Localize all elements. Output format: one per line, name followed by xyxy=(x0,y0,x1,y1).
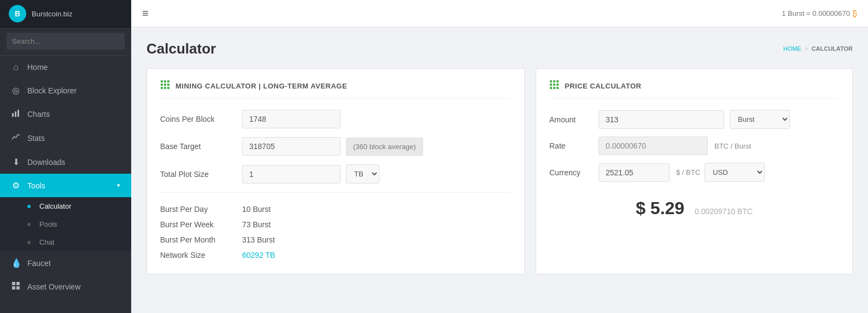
page-title: Calculator xyxy=(146,40,216,57)
currency-rate-input[interactable] xyxy=(599,163,670,182)
stats-icon xyxy=(11,133,21,144)
svg-rect-8 xyxy=(164,80,166,82)
burst-per-month-label: Burst Per Month xyxy=(160,235,237,244)
search-input[interactable] xyxy=(7,33,125,50)
sidebar-header: B Burstcoin.biz xyxy=(0,0,131,27)
svg-rect-9 xyxy=(167,80,169,82)
amount-unit-select[interactable]: Burst BTC USD xyxy=(730,110,790,129)
mining-calculator-card: MINING CALCULATOR | LONG-TERM AVERAGE Co… xyxy=(146,68,525,274)
price-result-dollar: $ 5.29 xyxy=(636,198,689,218)
block-avg-label: (360 block average) xyxy=(346,138,423,156)
svg-rect-20 xyxy=(553,84,555,86)
sidebar-item-pools[interactable]: Pools xyxy=(0,215,131,233)
mining-calc-title: MINING CALCULATOR | LONG-TERM AVERAGE xyxy=(175,82,347,90)
breadcrumb-separator: » xyxy=(805,45,808,52)
coins-per-block-label: Coins Per Block xyxy=(160,115,237,123)
breadcrumb-home[interactable]: Home xyxy=(783,45,801,52)
downloads-icon: ⬇ xyxy=(11,157,21,167)
main-area: ≡ 1 Burst = 0.00000670 ₿ Calculator Home… xyxy=(131,0,868,313)
home-icon: ⌂ xyxy=(11,62,21,72)
svg-rect-5 xyxy=(12,286,15,290)
btc-icon: ₿ xyxy=(853,9,857,19)
amount-label: Amount xyxy=(549,115,593,124)
currency-label: Currency xyxy=(549,168,593,177)
currency-rate-suffix: $ / BTC xyxy=(676,168,700,176)
sidebar-item-stats[interactable]: Stats xyxy=(0,126,131,150)
menu-icon[interactable]: ≡ xyxy=(142,7,149,20)
network-size-row: Network Size 60292 TB xyxy=(160,247,511,263)
asset-icon xyxy=(11,281,21,292)
price-calc-title: PRICE CALCULATOR xyxy=(565,82,641,90)
svg-rect-4 xyxy=(16,282,20,285)
search-box[interactable] xyxy=(0,27,131,56)
burst-per-day-value: 10 Burst xyxy=(242,205,271,214)
currency-row: Currency $ / BTC USD EUR GBP xyxy=(549,163,839,182)
rate-text: 1 Burst = 0.00000670 xyxy=(782,9,850,17)
sidebar-item-block-explorer[interactable]: ◎ Block Explorer xyxy=(0,79,131,102)
svg-rect-11 xyxy=(164,84,166,86)
svg-rect-21 xyxy=(556,84,559,86)
sidebar: B Burstcoin.biz ⌂ Home ◎ Block Explorer … xyxy=(0,0,131,313)
sidebar-item-tools[interactable]: ⚙ Tools ▾ xyxy=(0,174,131,197)
currency-unit-select[interactable]: USD EUR GBP xyxy=(705,163,765,182)
svg-rect-13 xyxy=(161,87,163,89)
price-calc-header: PRICE CALCULATOR xyxy=(549,80,839,99)
svg-rect-15 xyxy=(167,87,169,89)
price-result-btc: 0.00209710 BTC xyxy=(695,207,753,216)
sidebar-item-charts-label: Charts xyxy=(27,110,50,119)
breadcrumb-current: Calculator xyxy=(812,45,853,52)
rate-row: Rate BTC / Burst xyxy=(549,137,839,155)
sidebar-item-calculator[interactable]: Calculator xyxy=(0,197,131,215)
svg-rect-24 xyxy=(556,87,559,89)
logo-icon: B xyxy=(9,5,26,22)
sidebar-item-downloads-label: Downloads xyxy=(27,158,65,167)
sidebar-item-faucet[interactable]: 💧 Faucet xyxy=(0,251,131,275)
sidebar-item-downloads[interactable]: ⬇ Downloads xyxy=(0,150,131,174)
total-plot-size-label: Total Plot Size xyxy=(160,170,237,179)
active-dot xyxy=(27,205,31,208)
coins-per-block-input[interactable] xyxy=(242,110,341,128)
svg-rect-14 xyxy=(164,87,166,89)
svg-rect-1 xyxy=(15,111,16,117)
sidebar-item-chat-label: Chat xyxy=(39,238,54,246)
price-calc-icon xyxy=(549,80,559,92)
total-plot-size-row: Total Plot Size TB GB PB xyxy=(160,164,511,184)
burst-per-day-label: Burst Per Day xyxy=(160,205,237,214)
svg-rect-2 xyxy=(17,110,19,117)
mining-calc-icon xyxy=(160,80,170,92)
rate-label: Rate xyxy=(549,141,593,150)
burst-per-month-value: 313 Burst xyxy=(242,235,275,244)
sidebar-item-asset-overview[interactable]: Asset Overview xyxy=(0,275,131,299)
sidebar-item-calculator-label: Calculator xyxy=(39,202,72,210)
tools-icon: ⚙ xyxy=(11,180,21,191)
svg-rect-23 xyxy=(553,87,555,89)
burst-per-week-label: Burst Per Week xyxy=(160,220,237,229)
rate-input[interactable] xyxy=(599,137,708,155)
svg-rect-22 xyxy=(550,87,552,89)
svg-rect-10 xyxy=(161,84,163,86)
sidebar-item-home[interactable]: ⌂ Home xyxy=(0,56,131,79)
topbar: ≡ 1 Burst = 0.00000670 ₿ xyxy=(131,0,868,27)
svg-rect-17 xyxy=(553,80,555,82)
total-plot-size-input[interactable] xyxy=(242,165,341,184)
charts-icon xyxy=(11,109,21,120)
pools-dot xyxy=(27,223,31,226)
burst-per-month-row: Burst Per Month 313 Burst xyxy=(160,232,511,247)
page-header: Calculator Home » Calculator xyxy=(146,40,853,57)
sidebar-item-chat[interactable]: Chat xyxy=(0,233,131,251)
rate-suffix: BTC / Burst xyxy=(714,142,751,150)
network-size-value[interactable]: 60292 TB xyxy=(242,251,275,259)
price-calculator-card: PRICE CALCULATOR Amount Burst BTC USD Ra… xyxy=(536,68,853,274)
svg-rect-18 xyxy=(556,80,559,82)
sidebar-item-stats-label: Stats xyxy=(27,134,45,143)
svg-rect-3 xyxy=(12,282,15,285)
chat-dot xyxy=(27,241,31,244)
plot-unit-select[interactable]: TB GB PB xyxy=(346,164,379,184)
sidebar-item-charts[interactable]: Charts xyxy=(0,102,131,126)
block-explorer-icon: ◎ xyxy=(11,85,21,96)
amount-input[interactable] xyxy=(599,110,724,129)
divider xyxy=(160,192,511,193)
base-target-input[interactable] xyxy=(242,137,341,156)
tools-submenu: Calculator Pools Chat xyxy=(0,197,131,251)
svg-rect-16 xyxy=(550,80,552,82)
